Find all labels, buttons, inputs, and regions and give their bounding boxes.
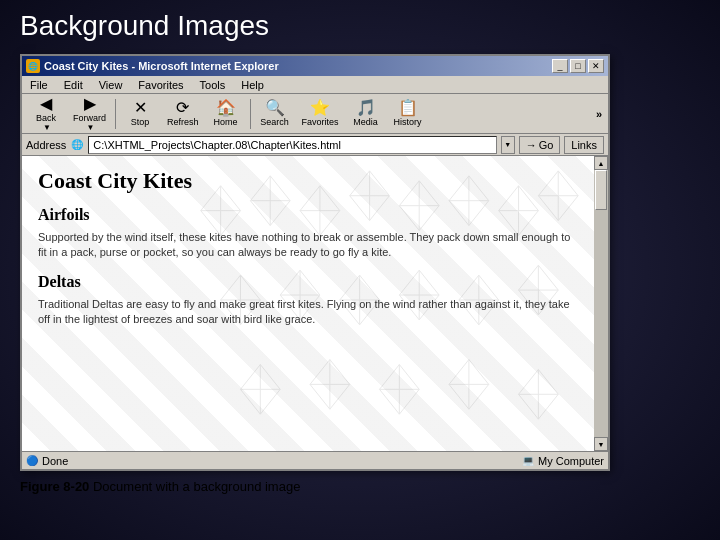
menu-favorites[interactable]: Favorites <box>134 78 187 92</box>
media-button[interactable]: 🎵 Media <box>346 96 386 132</box>
figure-number: Figure 8-20 <box>20 479 89 494</box>
minimize-button[interactable]: _ <box>552 59 568 73</box>
history-icon: 📋 <box>398 100 418 116</box>
menu-edit[interactable]: Edit <box>60 78 87 92</box>
search-label: Search <box>260 117 289 127</box>
title-bar-text: Coast City Kites - Microsoft Internet Ex… <box>44 60 279 72</box>
history-label: History <box>394 117 422 127</box>
svg-marker-54 <box>519 369 559 419</box>
status-text: Done <box>42 455 68 467</box>
scrollbar: ▲ ▼ <box>594 156 608 451</box>
refresh-icon: ⟳ <box>176 100 189 116</box>
svg-marker-45 <box>310 360 350 410</box>
page-content: Coast City Kites Airfoils Supported by t… <box>22 156 594 451</box>
toolbar: ◀ Back ▼ ▶ Forward ▼ ✕ Stop ⟳ Refresh 🏠 … <box>22 94 608 134</box>
menu-bar: File Edit View Favorites Tools Help <box>22 76 608 94</box>
address-bar: Address 🌐 ▼ → Go Links <box>22 134 608 156</box>
stop-label: Stop <box>131 117 150 127</box>
figure-caption: Figure 8-20 Document with a background i… <box>20 479 300 494</box>
status-bar: 🔵 Done 💻 My Computer <box>22 451 608 469</box>
favorites-icon: ⭐ <box>310 100 330 116</box>
menu-file[interactable]: File <box>26 78 52 92</box>
scroll-track <box>594 170 608 437</box>
section-airfoils-heading: Airfoils <box>38 206 578 224</box>
scroll-down-button[interactable]: ▼ <box>594 437 608 451</box>
address-label: Address <box>26 139 66 151</box>
refresh-button[interactable]: ⟳ Refresh <box>162 96 204 132</box>
forward-chevron-icon: ▼ <box>87 123 95 132</box>
menu-view[interactable]: View <box>95 78 127 92</box>
menu-help[interactable]: Help <box>237 78 268 92</box>
title-bar-buttons: _ □ ✕ <box>552 59 604 73</box>
search-button[interactable]: 🔍 Search <box>255 96 295 132</box>
title-bar: 🌐 Coast City Kites - Microsoft Internet … <box>22 56 608 76</box>
back-label: Back <box>36 113 56 123</box>
scroll-thumb[interactable] <box>595 170 607 210</box>
svg-marker-51 <box>449 360 489 410</box>
address-page-icon: 🌐 <box>70 138 84 152</box>
title-bar-left: 🌐 Coast City Kites - Microsoft Internet … <box>26 59 279 73</box>
status-right: 💻 My Computer <box>522 455 604 467</box>
home-icon: 🏠 <box>216 100 236 116</box>
status-left: 🔵 Done <box>26 455 68 467</box>
computer-text: My Computer <box>538 455 604 467</box>
forward-icon: ▶ <box>84 96 96 112</box>
browser-icon-symbol: 🌐 <box>28 62 38 71</box>
back-button[interactable]: ◀ Back ▼ <box>26 96 66 132</box>
page-title: Background Images <box>20 10 269 42</box>
history-button[interactable]: 📋 History <box>388 96 428 132</box>
toolbar-separator-1 <box>115 99 116 129</box>
site-title: Coast City Kites <box>38 168 578 194</box>
back-chevron-icon: ▼ <box>43 123 51 132</box>
favorites-button[interactable]: ⭐ Favorites <box>297 96 344 132</box>
forward-button[interactable]: ▶ Forward ▼ <box>68 96 111 132</box>
browser-window: 🌐 Coast City Kites - Microsoft Internet … <box>20 54 610 471</box>
menu-tools[interactable]: Tools <box>196 78 230 92</box>
svg-marker-48 <box>380 365 420 415</box>
forward-label: Forward <box>73 113 106 123</box>
media-label: Media <box>353 117 378 127</box>
home-label: Home <box>214 117 238 127</box>
close-button[interactable]: ✕ <box>588 59 604 73</box>
refresh-label: Refresh <box>167 117 199 127</box>
browser-icon: 🌐 <box>26 59 40 73</box>
media-icon: 🎵 <box>356 100 376 116</box>
search-icon: 🔍 <box>265 100 285 116</box>
go-label: Go <box>539 139 554 151</box>
more-button[interactable]: » <box>594 106 604 122</box>
stop-button[interactable]: ✕ Stop <box>120 96 160 132</box>
home-button[interactable]: 🏠 Home <box>206 96 246 132</box>
section-deltas-heading: Deltas <box>38 273 578 291</box>
go-arrow-icon: → <box>526 139 537 151</box>
address-dropdown[interactable]: ▼ <box>501 136 515 154</box>
svg-marker-42 <box>240 365 280 415</box>
content-area: Coast City Kites Airfoils Supported by t… <box>22 156 608 451</box>
maximize-button[interactable]: □ <box>570 59 586 73</box>
computer-icon: 💻 <box>522 455 534 466</box>
favorites-label: Favorites <box>302 117 339 127</box>
section-airfoils-text: Supported by the wind itself, these kite… <box>38 230 578 261</box>
address-input[interactable] <box>88 136 496 154</box>
stop-icon: ✕ <box>134 100 147 116</box>
section-deltas-text: Traditional Deltas are easy to fly and m… <box>38 297 578 328</box>
links-button[interactable]: Links <box>564 136 604 154</box>
back-icon: ◀ <box>40 96 52 112</box>
figure-text: Document with a background image <box>93 479 300 494</box>
go-button[interactable]: → Go <box>519 136 561 154</box>
toolbar-separator-2 <box>250 99 251 129</box>
status-icon: 🔵 <box>26 455 38 466</box>
scroll-up-button[interactable]: ▲ <box>594 156 608 170</box>
